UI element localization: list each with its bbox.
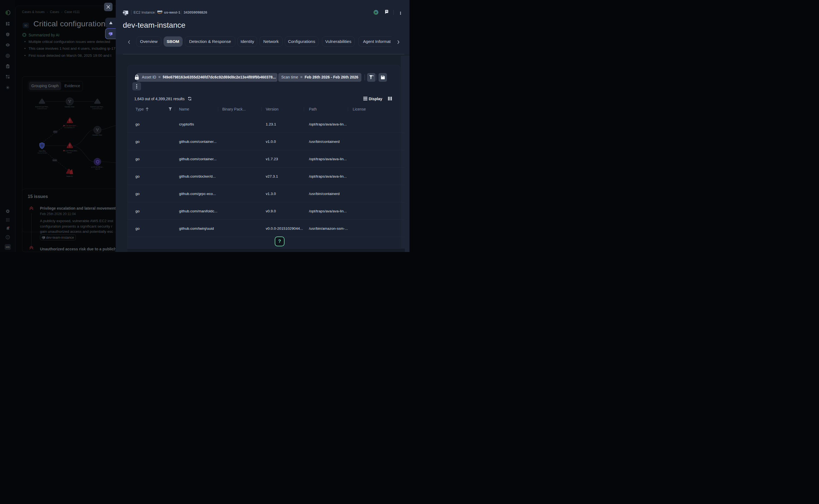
svg-text:?: ?: [7, 236, 8, 239]
